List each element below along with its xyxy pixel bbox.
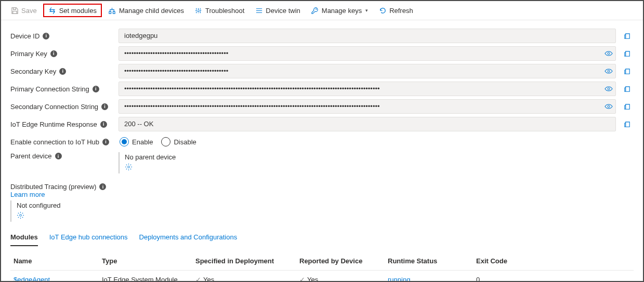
- reveal-icon[interactable]: [604, 50, 613, 57]
- refresh-button[interactable]: Refresh: [374, 4, 417, 17]
- enable-connection-row: Enable connection to IoT Hub i Enable Di…: [10, 135, 634, 149]
- secondary-conn-row: Secondary Connection String i ••••••••••…: [10, 99, 634, 114]
- col-type[interactable]: Type: [99, 252, 192, 271]
- module-spec: ✓Yes: [192, 271, 296, 283]
- secondary-key-row: Secondary Key i ••••••••••••••••••••••••…: [10, 64, 634, 78]
- col-reported[interactable]: Reported by Device: [296, 252, 385, 271]
- refresh-label: Refresh: [389, 7, 413, 15]
- reveal-icon[interactable]: [604, 103, 613, 110]
- copy-icon[interactable]: [620, 85, 634, 93]
- module-name-link[interactable]: $edgeAgent: [14, 276, 50, 282]
- reveal-icon[interactable]: [604, 86, 613, 92]
- svg-point-1: [608, 52, 610, 55]
- content-area: Device ID i iotedgegpu Primary Key i •••…: [1, 20, 643, 282]
- troubleshoot-label: Troubleshoot: [205, 7, 244, 15]
- enable-radio-label: Enable: [132, 138, 153, 146]
- distributed-tracing-label: Distributed Tracing (preview) i: [10, 183, 634, 191]
- set-modules-icon: [48, 6, 57, 15]
- copy-icon[interactable]: [620, 120, 634, 128]
- module-exit: 0: [473, 271, 634, 283]
- device-id-label: Device ID i: [10, 32, 114, 40]
- primary-key-input-wrap: ••••••••••••••••••••••••••••••••••••••••…: [119, 46, 616, 61]
- set-modules-button[interactable]: Set modules: [43, 4, 102, 17]
- troubleshoot-icon: [194, 6, 203, 15]
- manage-keys-icon: [311, 6, 319, 15]
- troubleshoot-button[interactable]: Troubleshoot: [190, 4, 248, 17]
- device-id-input-wrap: iotedgegpu: [119, 29, 616, 43]
- primary-conn-row: Primary Connection String i ••••••••••••…: [10, 82, 634, 96]
- gear-icon[interactable]: [125, 163, 133, 171]
- info-icon[interactable]: i: [101, 103, 108, 110]
- secondary-key-label: Secondary Key i: [10, 68, 114, 75]
- runtime-response-row: IoT Edge Runtime Response i 200 -- OK: [10, 117, 634, 131]
- secondary-conn-value[interactable]: ••••••••••••••••••••••••••••••••••••••••…: [119, 99, 616, 114]
- tab-deployments[interactable]: Deployments and Configurations: [139, 233, 238, 246]
- set-modules-label: Set modules: [59, 7, 97, 15]
- info-icon[interactable]: i: [55, 153, 62, 159]
- info-icon[interactable]: i: [50, 50, 57, 57]
- primary-key-value[interactable]: ••••••••••••••••••••••••••••••••••••••••…: [119, 46, 616, 61]
- enable-connection-radios: Enable Disable: [119, 137, 616, 146]
- check-icon: ✓: [195, 276, 201, 282]
- device-twin-label: Device twin: [266, 7, 300, 15]
- col-spec[interactable]: Specified in Deployment: [192, 252, 296, 271]
- info-icon[interactable]: i: [100, 121, 107, 128]
- device-twin-button[interactable]: Device twin: [251, 4, 304, 17]
- info-icon[interactable]: i: [43, 33, 49, 39]
- refresh-icon: [378, 6, 387, 15]
- info-icon[interactable]: i: [102, 139, 109, 145]
- copy-icon[interactable]: [620, 68, 634, 75]
- manage-child-devices-button[interactable]: Manage child devices: [104, 4, 188, 17]
- secondary-conn-input-wrap: ••••••••••••••••••••••••••••••••••••••••…: [119, 99, 616, 114]
- distributed-tracing-status: Not configured: [17, 202, 634, 209]
- primary-conn-value[interactable]: ••••••••••••••••••••••••••••••••••••••••…: [119, 82, 616, 96]
- col-name[interactable]: Name: [10, 252, 99, 271]
- svg-point-4: [608, 105, 610, 108]
- tab-strip: Modules IoT Edge hub connections Deploym…: [10, 233, 634, 247]
- tab-modules[interactable]: Modules: [10, 233, 38, 246]
- info-icon[interactable]: i: [93, 86, 99, 92]
- primary-conn-label: Primary Connection String i: [10, 85, 114, 93]
- reveal-icon[interactable]: [604, 68, 613, 74]
- manage-keys-button[interactable]: Manage keys ▾: [307, 4, 372, 17]
- svg-point-3: [608, 88, 610, 90]
- col-exit[interactable]: Exit Code: [473, 252, 634, 271]
- info-icon[interactable]: i: [59, 68, 66, 75]
- secondary-conn-label: Secondary Connection String i: [10, 103, 114, 111]
- save-button[interactable]: Save: [6, 4, 41, 17]
- device-twin-icon: [255, 6, 263, 15]
- copy-icon[interactable]: [620, 32, 634, 40]
- disable-radio-label: Disable: [174, 138, 196, 146]
- distributed-tracing-section: Distributed Tracing (preview) i Learn mo…: [10, 183, 634, 222]
- info-icon[interactable]: i: [99, 183, 106, 190]
- secondary-key-value[interactable]: ••••••••••••••••••••••••••••••••••••••••…: [119, 64, 616, 78]
- save-label: Save: [21, 7, 37, 15]
- primary-key-row: Primary Key i ••••••••••••••••••••••••••…: [10, 46, 634, 61]
- modules-table: Name Type Specified in Deployment Report…: [10, 252, 634, 282]
- module-reported: ✓Yes: [296, 271, 385, 283]
- copy-icon[interactable]: [620, 103, 634, 111]
- command-bar: Save Set modules Manage child devices Tr…: [1, 1, 643, 20]
- radio-icon: [161, 137, 170, 146]
- manage-keys-label: Manage keys: [322, 7, 362, 15]
- parent-device-label: Parent device i: [10, 152, 114, 160]
- tab-hub-connections[interactable]: IoT Edge hub connections: [49, 233, 128, 246]
- device-id-row: Device ID i iotedgegpu: [10, 29, 634, 43]
- col-runtime[interactable]: Runtime Status: [385, 252, 473, 271]
- chevron-down-icon: ▾: [365, 8, 368, 13]
- table-row[interactable]: $edgeAgent IoT Edge System Module ✓Yes ✓…: [10, 271, 634, 283]
- runtime-response-value[interactable]: 200 -- OK: [119, 117, 616, 131]
- manage-child-label: Manage child devices: [119, 7, 184, 15]
- copy-icon[interactable]: [620, 50, 634, 58]
- module-runtime-link[interactable]: running: [388, 276, 410, 282]
- enable-radio[interactable]: Enable: [120, 137, 153, 146]
- disable-radio[interactable]: Disable: [161, 137, 196, 146]
- svg-point-2: [608, 70, 610, 72]
- svg-point-5: [128, 166, 130, 168]
- secondary-key-input-wrap: ••••••••••••••••••••••••••••••••••••••••…: [119, 64, 616, 78]
- gear-icon[interactable]: [17, 211, 24, 219]
- check-icon: ✓: [299, 276, 305, 282]
- svg-point-6: [20, 214, 22, 217]
- learn-more-link[interactable]: Learn more: [10, 191, 45, 198]
- device-id-value[interactable]: iotedgegpu: [119, 29, 616, 43]
